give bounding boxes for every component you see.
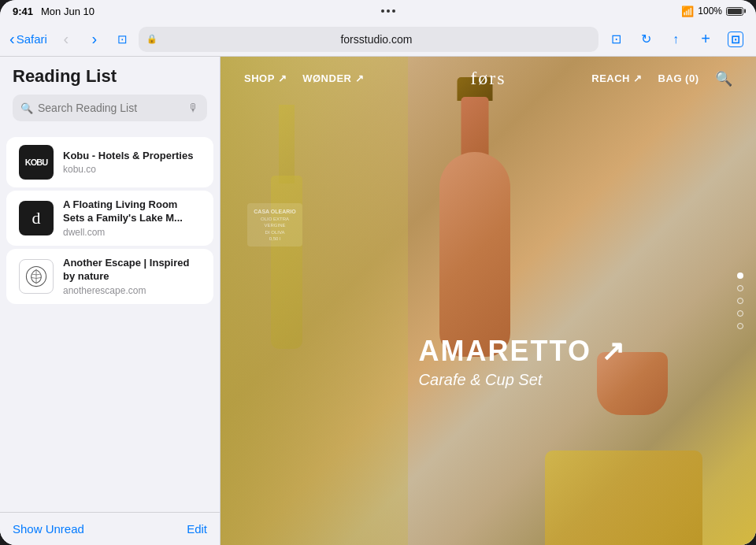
device-frame: 9:41 Mon Jun 10 📶 100% ‹ Safari ‹ › ⊡ <box>0 0 756 545</box>
hero-title: AMARETTO ↗ <box>419 335 626 368</box>
slide-dots <box>737 272 743 329</box>
sidebar-title: Reading List <box>13 66 207 87</box>
slide-dot-3[interactable] <box>737 298 743 304</box>
hero-text: AMARETTO ↗ Carafe & Cup Set <box>419 335 626 389</box>
status-day: Mon Jun 10 <box>41 6 94 17</box>
bottle-label: CASA OLEARIO OLIO EXTRA VERGINE DI OLIVA… <box>247 203 302 247</box>
airdrop-button[interactable]: ⊡ <box>602 27 630 52</box>
search-icon: 🔍 <box>20 102 33 114</box>
share-icon: ↑ <box>673 32 679 46</box>
kobu-info: Kobu - Hotels & Properties kobu.co <box>63 150 201 176</box>
slide-dot-1[interactable] <box>737 272 743 279</box>
mic-icon: 🎙 <box>188 102 199 114</box>
add-icon: + <box>701 30 710 48</box>
status-dot-1 <box>381 9 384 13</box>
tabs-icon: ⊡ <box>728 32 743 47</box>
yellow-cloth <box>545 450 702 545</box>
search-input[interactable] <box>38 102 183 114</box>
back-label: Safari <box>17 32 47 46</box>
bottle-label-line3: DI OLIVA <box>250 229 299 235</box>
escape-favicon <box>19 259 54 294</box>
back-button[interactable]: ‹ Safari <box>6 27 50 52</box>
navigate-forward-button[interactable]: › <box>82 27 107 52</box>
navigate-backward-button[interactable]: ‹ <box>54 27 79 52</box>
status-dot-2 <box>387 9 390 13</box>
kobu-favicon: KOBU <box>19 145 54 180</box>
reading-item-kobu[interactable]: KOBU Kobu - Hotels & Properties kobu.co <box>6 137 213 187</box>
bottle-label-line1: OLIO EXTRA <box>250 216 299 222</box>
wifi-icon: 📶 <box>681 6 694 17</box>
airdrop-icon: ⊡ <box>611 32 621 46</box>
kobu-title: Kobu - Hotels & Properties <box>63 150 201 163</box>
dwell-favicon: d <box>19 201 54 235</box>
site-nav-right: REACH ↗ BAG (0) 🔍 <box>591 70 732 87</box>
battery-icon <box>726 7 743 16</box>
kobu-icon-text: KOBU <box>25 158 47 167</box>
escape-info: Another Escape | Inspired by nature anot… <box>63 257 201 296</box>
browser-nav-bar: ‹ Safari ‹ › ⊡ 🔒 forsstudio.com ⊡ ↻ ↑ <box>0 22 756 57</box>
reader-icon: ⊡ <box>117 32 128 46</box>
back-arrow-icon: ‹ <box>9 30 15 48</box>
escape-title: Another Escape | Inspired by nature <box>63 257 201 284</box>
forward-icon: › <box>92 30 98 48</box>
main-content: Reading List 🔍 🎙 KOBU Kobu - Hotels & Pr… <box>0 57 756 545</box>
address-bar[interactable]: 🔒 forsstudio.com <box>139 27 598 52</box>
show-unread-button[interactable]: Show Unread <box>13 522 84 536</box>
share-button[interactable]: ↑ <box>662 27 690 52</box>
fors-logo[interactable]: førs <box>470 68 506 89</box>
slide-dot-5[interactable] <box>737 323 743 329</box>
bottle-label-volume: 0,50 l <box>250 235 299 242</box>
web-content[interactable]: CASA OLEARIO OLIO EXTRA VERGINE DI OLIVA… <box>220 57 756 545</box>
sidebar: Reading List 🔍 🎙 KOBU Kobu - Hotels & Pr… <box>0 57 220 545</box>
search-bar[interactable]: 🔍 🎙 <box>13 95 207 121</box>
status-dots <box>381 9 395 13</box>
carafe <box>424 81 526 357</box>
edit-button[interactable]: Edit <box>187 522 207 536</box>
bottle-body <box>271 176 302 349</box>
status-dot-3 <box>392 9 395 13</box>
escape-url: anotherescape.com <box>63 285 201 296</box>
battery-percent: 100% <box>698 6 722 17</box>
escape-leaf-icon <box>25 265 47 287</box>
status-time: 9:41 <box>13 6 33 17</box>
dwell-info: A Floating Living Room Sets a Family's L… <box>63 198 201 238</box>
sidebar-footer: Show Unread Edit <box>0 512 220 545</box>
bottle-label-line2: VERGINE <box>250 222 299 228</box>
url-text: forsstudio.com <box>162 33 591 46</box>
sidebar-header: Reading List 🔍 🎙 <box>0 57 220 128</box>
reading-item-escape[interactable]: Another Escape | Inspired by nature anot… <box>6 249 213 304</box>
reach-nav-item[interactable]: REACH ↗ <box>591 72 642 84</box>
nav-actions: ⊡ ↻ ↑ + ⊡ <box>602 27 750 52</box>
kobu-url: kobu.co <box>63 164 201 175</box>
slide-dot-4[interactable] <box>737 310 743 317</box>
tabs-button[interactable]: ⊡ <box>721 27 750 52</box>
dwell-icon-text: d <box>32 208 41 228</box>
fors-site: CASA OLEARIO OLIO EXTRA VERGINE DI OLIVA… <box>220 57 756 545</box>
hero-subtitle: Carafe & Cup Set <box>419 371 626 389</box>
shop-nav-item[interactable]: SHOP ↗ <box>244 72 287 84</box>
refresh-icon: ↻ <box>641 32 651 46</box>
search-nav-icon[interactable]: 🔍 <box>715 70 733 87</box>
site-nav: SHOP ↗ WØNDER ↗ førs REACH ↗ BAG (0) 🔍 <box>220 57 756 100</box>
bag-nav-item[interactable]: BAG (0) <box>658 72 699 84</box>
status-bar: 9:41 Mon Jun 10 📶 100% <box>0 0 756 22</box>
status-right: 📶 100% <box>681 6 743 17</box>
reading-list: KOBU Kobu - Hotels & Properties kobu.co … <box>0 128 220 512</box>
site-nav-left: SHOP ↗ WØNDER ↗ <box>244 72 364 84</box>
battery-fill <box>728 9 742 14</box>
dwell-url: dwell.com <box>63 227 201 238</box>
add-tab-button[interactable]: + <box>691 27 720 52</box>
carafe-neck <box>461 97 489 160</box>
reading-item-dwell[interactable]: d A Floating Living Room Sets a Family's… <box>6 191 213 246</box>
slide-dot-2[interactable] <box>737 285 743 291</box>
bottle-label-brand: CASA OLEARIO <box>250 208 299 216</box>
dwell-title: A Floating Living Room Sets a Family's L… <box>63 198 201 225</box>
backward-icon: ‹ <box>64 30 69 48</box>
bottle-neck <box>279 105 295 184</box>
lock-icon: 🔒 <box>146 34 158 44</box>
refresh-button[interactable]: ↻ <box>632 27 660 52</box>
reader-mode-button[interactable]: ⊡ <box>110 27 135 52</box>
status-left: 9:41 Mon Jun 10 <box>13 6 94 17</box>
carafe-body <box>439 152 510 357</box>
wonder-nav-item[interactable]: WØNDER ↗ <box>302 72 364 84</box>
